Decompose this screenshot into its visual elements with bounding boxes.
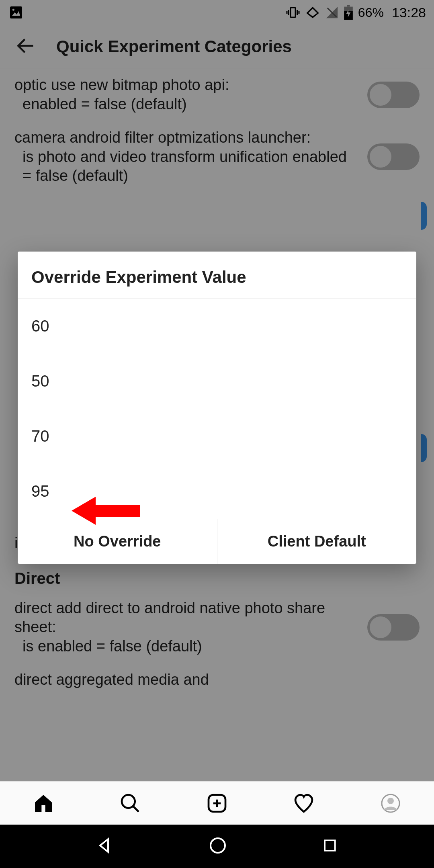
dialog-option-70[interactable]: 70 bbox=[18, 409, 416, 464]
no-override-button[interactable]: No Override bbox=[18, 519, 217, 564]
dialog-option-50[interactable]: 50 bbox=[18, 354, 416, 409]
profile-icon bbox=[381, 794, 400, 813]
bottom-tab-bar bbox=[0, 781, 434, 825]
svg-marker-23 bbox=[100, 839, 108, 852]
home-icon bbox=[32, 792, 55, 815]
svg-point-16 bbox=[122, 795, 135, 808]
nav-home-button[interactable] bbox=[208, 836, 227, 857]
triangle-back-icon bbox=[95, 836, 115, 855]
dialog-actions: No Override Client Default bbox=[18, 519, 416, 564]
add-tab[interactable] bbox=[203, 789, 231, 818]
android-nav-bar bbox=[0, 825, 434, 868]
svg-point-24 bbox=[211, 838, 225, 853]
dialog-option-60[interactable]: 60 bbox=[18, 299, 416, 354]
dialog-option-list: 60 50 70 95 bbox=[18, 299, 416, 519]
home-tab[interactable] bbox=[29, 789, 58, 818]
plus-square-icon bbox=[206, 792, 228, 815]
circle-home-icon bbox=[208, 836, 227, 855]
activity-tab[interactable] bbox=[289, 789, 318, 818]
screen: 66% 13:28 Quick Experiment Categories op… bbox=[0, 0, 434, 868]
nav-back-button[interactable] bbox=[95, 836, 115, 857]
override-dialog: Override Experiment Value 60 50 70 95 No… bbox=[18, 252, 416, 564]
nav-recent-button[interactable] bbox=[321, 837, 339, 856]
svg-rect-25 bbox=[325, 840, 335, 851]
svg-line-17 bbox=[133, 806, 139, 812]
heart-icon bbox=[293, 792, 315, 815]
search-tab[interactable] bbox=[116, 789, 145, 818]
svg-point-22 bbox=[387, 798, 394, 804]
dialog-title: Override Experiment Value bbox=[18, 252, 416, 299]
profile-tab[interactable] bbox=[376, 789, 405, 818]
client-default-button[interactable]: Client Default bbox=[217, 519, 417, 564]
square-recent-icon bbox=[321, 837, 339, 854]
search-icon bbox=[119, 792, 141, 815]
dialog-option-95[interactable]: 95 bbox=[18, 464, 416, 519]
